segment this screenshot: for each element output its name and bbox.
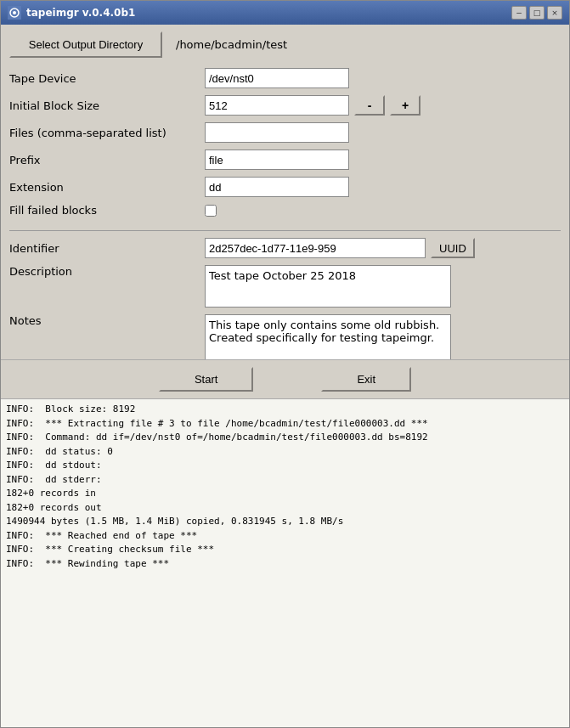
title-bar: tapeimgr v.0.4.0b1 − □ ×	[1, 1, 569, 25]
minimize-button[interactable]: −	[511, 6, 527, 20]
log-line: 1490944 bytes (1.5 MB, 1.4 MiB) copied, …	[6, 515, 564, 529]
log-line: INFO: dd stdout:	[6, 459, 564, 473]
extension-label: Extension	[9, 181, 205, 194]
identifier-input[interactable]	[205, 238, 426, 258]
tape-device-row: Tape Device	[9, 68, 561, 88]
uuid-button[interactable]: UUID	[431, 238, 475, 258]
output-dir-row: Select Output Directory /home/bcadmin/te…	[9, 31, 561, 58]
fill-failed-checkbox[interactable]	[205, 205, 217, 217]
select-output-directory-button[interactable]: Select Output Directory	[9, 31, 162, 58]
log-area: INFO: Block size: 8192INFO: *** Extracti…	[1, 399, 569, 727]
initial-block-size-label: Initial Block Size	[9, 99, 205, 112]
svg-point-2	[13, 11, 16, 14]
log-line: INFO: *** Rewinding tape ***	[6, 557, 564, 572]
identifier-row: Identifier UUID	[9, 238, 561, 258]
log-line: INFO: *** Reached end of tape ***	[6, 529, 564, 544]
notes-textarea[interactable]	[205, 314, 451, 359]
fill-failed-row: Fill failed blocks	[9, 204, 561, 217]
log-line: INFO: *** Creating checksum file ***	[6, 543, 564, 557]
notes-label: Notes	[9, 314, 205, 327]
initial-block-size-input[interactable]	[205, 95, 349, 116]
identifier-label: Identifier	[9, 242, 205, 255]
description-textarea[interactable]	[205, 265, 451, 308]
log-line: INFO: Command: dd if=/dev/nst0 of=/home/…	[6, 431, 564, 445]
block-size-controls: - +	[205, 95, 420, 116]
start-button[interactable]: Start	[159, 367, 253, 392]
files-label: Files (comma-separated list)	[9, 127, 205, 139]
form-section: Tape Device Initial Block Size - + Files…	[9, 68, 561, 223]
prefix-row: Prefix	[9, 150, 561, 170]
fill-failed-label: Fill failed blocks	[9, 204, 205, 217]
action-buttons-section: Start Exit	[1, 359, 569, 399]
log-line: INFO: dd status: 0	[6, 445, 564, 460]
extension-row: Extension	[9, 177, 561, 197]
window-controls: − □ ×	[511, 6, 562, 20]
main-content: Select Output Directory /home/bcadmin/te…	[1, 25, 569, 359]
prefix-label: Prefix	[9, 154, 205, 166]
maximize-button[interactable]: □	[529, 6, 545, 20]
log-line: 182+0 records in	[6, 487, 564, 501]
app-icon	[8, 6, 21, 20]
extension-input[interactable]	[205, 177, 349, 197]
section-divider-1	[9, 230, 561, 231]
output-directory-path: /home/bcadmin/test	[176, 38, 287, 51]
files-row: Files (comma-separated list)	[9, 122, 561, 143]
log-line: INFO: dd stderr:	[6, 473, 564, 488]
description-row: Description	[9, 265, 561, 308]
exit-button[interactable]: Exit	[321, 367, 411, 392]
description-label: Description	[9, 265, 205, 278]
tape-device-input[interactable]	[205, 68, 349, 88]
title-bar-left: tapeimgr v.0.4.0b1	[8, 6, 135, 20]
prefix-input[interactable]	[205, 150, 349, 170]
main-window: tapeimgr v.0.4.0b1 − □ × Select Output D…	[0, 0, 570, 728]
close-button[interactable]: ×	[547, 6, 562, 20]
log-line: 182+0 records out	[6, 501, 564, 516]
window-title: tapeimgr v.0.4.0b1	[26, 7, 135, 19]
log-line: INFO: Block size: 8192	[6, 403, 564, 417]
tape-device-label: Tape Device	[9, 72, 205, 85]
log-line: INFO: *** Extracting file # 3 to file /h…	[6, 417, 564, 432]
files-input[interactable]	[205, 122, 349, 143]
block-size-plus-button[interactable]: +	[390, 95, 420, 116]
block-size-row: Initial Block Size - +	[9, 95, 561, 116]
notes-row: Notes	[9, 314, 561, 359]
block-size-minus-button[interactable]: -	[354, 95, 385, 116]
